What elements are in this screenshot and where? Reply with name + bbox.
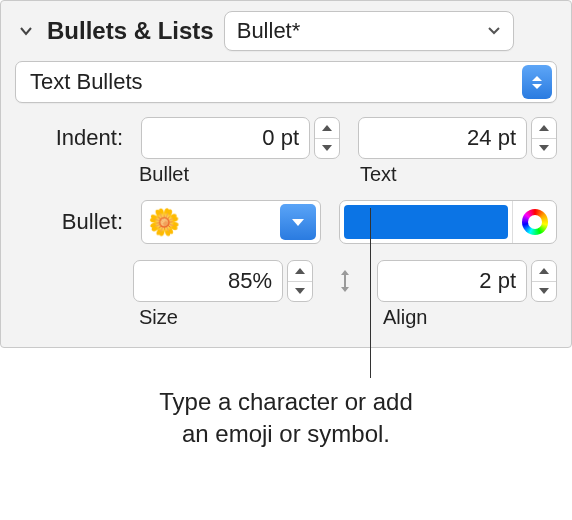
bullet-indent-caption: Bullet xyxy=(133,163,336,186)
popup-arrows-icon xyxy=(522,65,552,99)
color-picker-button[interactable] xyxy=(512,201,556,243)
bullet-color-well[interactable] xyxy=(339,200,557,244)
callout-text: Type a character or add an emoji or symb… xyxy=(0,348,572,451)
bullet-character-menu-button[interactable] xyxy=(280,204,316,240)
vertical-align-icon xyxy=(331,268,359,294)
bullet-align-field[interactable]: 2 pt xyxy=(377,260,527,302)
text-indent-field[interactable]: 24 pt xyxy=(358,117,527,159)
color-wheel-icon xyxy=(522,209,548,235)
section-header: Bullets & Lists Bullet* xyxy=(15,11,557,51)
bullet-type-value: Text Bullets xyxy=(30,69,518,95)
text-indent-stepper[interactable] xyxy=(531,117,557,159)
bullets-lists-panel: Bullets & Lists Bullet* Text Bullets Ind… xyxy=(0,0,572,348)
bullet-type-popup[interactable]: Text Bullets xyxy=(15,61,557,103)
bullet-align-stepper[interactable] xyxy=(531,260,557,302)
disclosure-chevron-icon[interactable] xyxy=(15,20,37,42)
color-swatch xyxy=(344,205,508,239)
chevron-down-icon xyxy=(487,26,501,36)
section-title: Bullets & Lists xyxy=(47,17,214,45)
bullet-indent-field[interactable]: 0 pt xyxy=(141,117,310,159)
list-style-value: Bullet* xyxy=(237,18,477,44)
align-caption: Align xyxy=(377,306,557,329)
bullet-glyph: 🌼 xyxy=(148,207,280,238)
bullet-size-field[interactable]: 85% xyxy=(133,260,283,302)
text-indent-caption: Text xyxy=(354,163,557,186)
svg-rect-0 xyxy=(344,275,346,287)
bullet-size-stepper[interactable] xyxy=(287,260,313,302)
size-caption: Size xyxy=(133,306,313,329)
list-style-popup[interactable]: Bullet* xyxy=(224,11,514,51)
bullet-label: Bullet: xyxy=(15,209,123,235)
bullet-character-field[interactable]: 🌼 xyxy=(141,200,321,244)
bullet-indent-stepper[interactable] xyxy=(314,117,340,159)
indent-label: Indent: xyxy=(15,125,123,151)
